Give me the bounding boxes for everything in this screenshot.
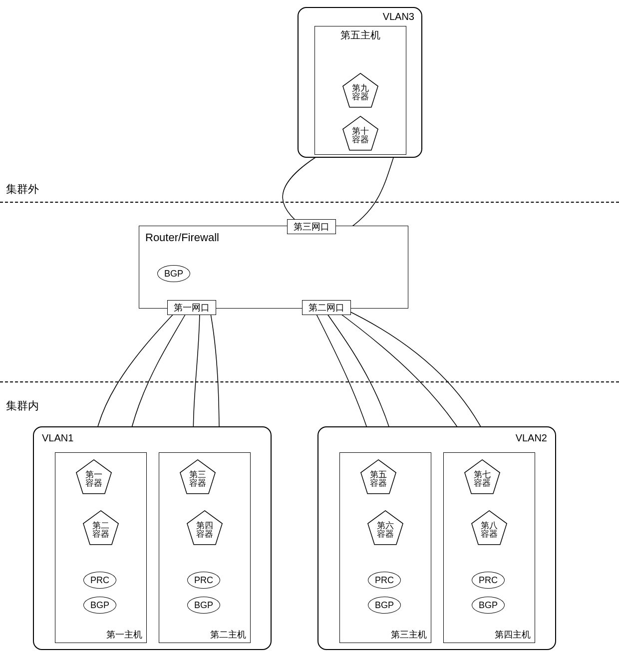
container-9: 第九容器 xyxy=(341,71,380,110)
host3-prc: PRC xyxy=(368,572,401,589)
container-2: 第二容器 xyxy=(81,509,120,548)
host1: 第一容器 第二容器 PRC BGP 第一主机 xyxy=(55,452,147,643)
container-10: 第十容器 xyxy=(341,114,380,153)
container-8: 第八容器 xyxy=(470,509,509,548)
port-3: 第三网口 xyxy=(287,219,336,234)
host3: 第五容器 第六容器 PRC BGP 第三主机 xyxy=(339,452,431,643)
label-outside-cluster: 集群外 xyxy=(6,182,39,197)
container-7: 第七容器 xyxy=(463,458,502,497)
host1-bgp: BGP xyxy=(83,597,116,614)
host3-bottom: 第三主机 xyxy=(391,629,427,641)
separator-bottom xyxy=(0,381,619,382)
host4-prc: PRC xyxy=(472,572,505,589)
host2-bgp: BGP xyxy=(187,597,220,614)
vlan2-group: VLAN2 第五容器 第六容器 PRC BGP 第三主机 第七容器 第八容器 P… xyxy=(317,426,556,650)
host2-bottom: 第二主机 xyxy=(210,629,246,641)
host1-bottom: 第一主机 xyxy=(106,629,142,641)
label-inside-cluster: 集群内 xyxy=(6,398,39,413)
vlan1-group: VLAN1 第一容器 第二容器 PRC BGP 第一主机 第三容器 第四容器 P… xyxy=(33,426,272,650)
host2-prc: PRC xyxy=(187,572,220,589)
vlan2-title: VLAN2 xyxy=(516,432,547,444)
separator-top xyxy=(0,202,619,203)
port-2: 第二网口 xyxy=(302,300,351,315)
vlan3-group: VLAN3 第五主机 第九容器 第十容器 xyxy=(298,7,422,158)
port-1: 第一网口 xyxy=(167,300,216,315)
router-title: Router/Firewall xyxy=(145,231,219,244)
host1-prc: PRC xyxy=(83,572,116,589)
container-6: 第六容器 xyxy=(366,509,405,548)
router-firewall: Router/Firewall BGP 第三网口 第一网口 第二网口 xyxy=(139,226,408,309)
host4-bottom: 第四主机 xyxy=(495,629,531,641)
container-1: 第一容器 xyxy=(74,458,113,497)
host4-bgp: BGP xyxy=(472,597,505,614)
host4: 第七容器 第八容器 PRC BGP 第四主机 xyxy=(443,452,535,643)
host5-title: 第五主机 xyxy=(315,26,406,44)
host2: 第三容器 第四容器 PRC BGP 第二主机 xyxy=(159,452,251,643)
vlan1-title: VLAN1 xyxy=(42,432,73,444)
container-3: 第三容器 xyxy=(178,458,217,497)
vlan3-title: VLAN3 xyxy=(383,11,414,22)
host3-bgp: BGP xyxy=(368,597,401,614)
container-4: 第四容器 xyxy=(185,509,224,548)
host5: 第五主机 第九容器 第十容器 xyxy=(314,26,406,155)
container-5: 第五容器 xyxy=(359,458,398,497)
router-bgp: BGP xyxy=(157,265,190,282)
